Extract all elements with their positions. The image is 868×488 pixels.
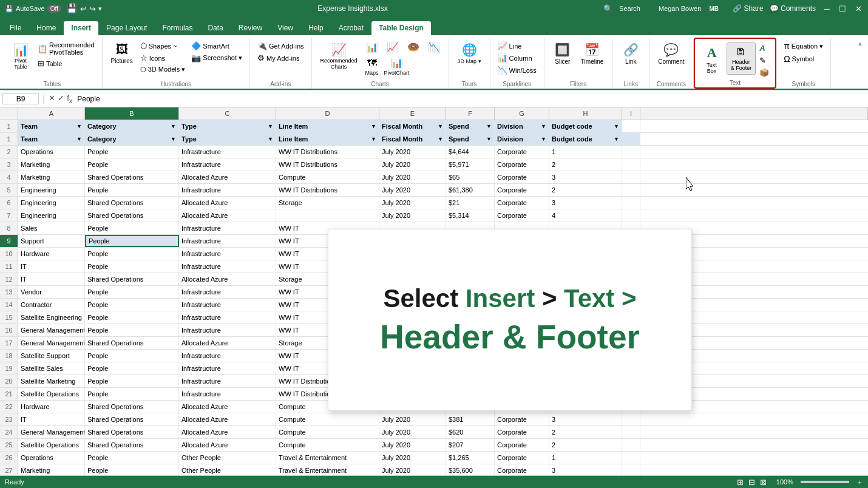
cell-G3[interactable]: Corporate [495, 158, 549, 171]
cell-B12[interactable]: Shared Operations [85, 273, 179, 285]
cell-D3[interactable]: WW IT Distributions [276, 158, 379, 171]
cell-B16[interactable]: People [85, 324, 179, 336]
3d-map-btn[interactable]: 🌐 3D Map ▾ [454, 40, 485, 67]
cell-B7[interactable]: Shared Operations [85, 209, 179, 222]
cell-A21[interactable]: Satellite Operations [18, 388, 85, 400]
cell-B3[interactable]: People [85, 158, 179, 171]
cell-I1[interactable] [622, 133, 640, 145]
win-loss-btn[interactable]: 📉 [424, 40, 444, 54]
cell-B27[interactable]: People [85, 464, 179, 475]
formula-input[interactable] [75, 94, 866, 104]
cell-D1[interactable]: Line Item ▼ [276, 133, 379, 145]
customize-icon[interactable]: ▾ [98, 5, 102, 13]
normal-view-btn[interactable]: ⊞ [737, 478, 744, 487]
cell-A12[interactable]: IT [18, 273, 85, 285]
ribbon-collapse-btn[interactable]: ▲ [857, 38, 866, 47]
col-header-i[interactable]: I [622, 107, 640, 120]
cell-B2[interactable]: People [85, 146, 179, 158]
equation-btn[interactable]: π Equation ▾ [781, 40, 826, 52]
cell-H4[interactable]: 3 [549, 171, 622, 183]
cell-H26[interactable]: 1 [549, 452, 622, 464]
undo-icon[interactable]: ↩ [80, 4, 87, 13]
cell-B24[interactable]: Shared Operations [85, 426, 179, 438]
cell-G24[interactable]: Corporate [495, 426, 549, 438]
cell-H7[interactable]: 4 [549, 209, 622, 222]
cell-A13[interactable]: Vendor [18, 286, 85, 298]
cell-I6[interactable] [622, 197, 640, 209]
autosave-toggle[interactable]: Off [47, 5, 61, 13]
cell-E1[interactable]: Fiscal Month ▼ [379, 133, 446, 145]
cell-B6[interactable]: Shared Operations [85, 197, 179, 209]
cell-E27[interactable]: July 2020 [379, 464, 446, 475]
my-addins-btn[interactable]: ⚙ My Add-ins [255, 52, 306, 64]
cell-D7[interactable] [276, 209, 379, 222]
cell-D6[interactable]: Storage [276, 197, 379, 209]
cell-I4[interactable] [622, 171, 640, 183]
cell-A20[interactable]: Satellite Marketing [18, 375, 85, 387]
cell-H2[interactable]: 1 [549, 146, 622, 158]
cell-C15[interactable]: Infrastructure [179, 311, 276, 324]
cell-A5[interactable]: Engineering [18, 184, 85, 196]
cell-G27[interactable]: Corporate [495, 464, 549, 475]
cell-A25[interactable]: Satellite Operations [18, 439, 85, 451]
tab-help[interactable]: Help [301, 21, 331, 35]
cell-G6[interactable]: Corporate [495, 197, 549, 209]
cell-F26[interactable]: $1,265 [446, 452, 495, 464]
cell-G23[interactable]: Corporate [495, 413, 549, 425]
cell-C24[interactable]: Allocated Azure [179, 426, 276, 438]
pivot-table-btn[interactable]: 📊 PivotTable [7, 40, 34, 73]
cell-B17[interactable]: Shared Operations [85, 337, 179, 349]
cell-H25[interactable]: 2 [549, 439, 622, 451]
screenshot-btn[interactable]: 📷 Screenshot ▾ [189, 52, 245, 64]
col-header-e[interactable]: E [379, 107, 446, 120]
sparkline-line-btn[interactable]: 📈 Line [495, 40, 539, 52]
text-box-btn[interactable]: A TextBox [699, 42, 725, 76]
cell-B21[interactable]: People [85, 388, 179, 400]
minimize-btn[interactable]: ─ [822, 4, 832, 13]
cell-C21[interactable]: Infrastructure [179, 388, 276, 400]
cell-e1[interactable]: Fiscal Month ▼ [379, 120, 446, 132]
recommended-pivottables-btn[interactable]: 📋 RecommendedPivotTables [35, 40, 97, 57]
cell-C20[interactable]: Infrastructure [179, 375, 276, 387]
comment-btn[interactable]: 💬 Comment [654, 40, 688, 67]
cell-F27[interactable]: $35,600 [446, 464, 495, 475]
cell-D5[interactable]: WW IT Distributions [276, 184, 379, 196]
cell-F2[interactable]: $4,644 [446, 146, 495, 158]
cell-C22[interactable]: Allocated Azure [179, 401, 276, 413]
cell-A1[interactable]: Team ▼ [18, 133, 85, 145]
cell-I25[interactable] [622, 439, 640, 451]
cell-B11[interactable]: People [85, 260, 179, 273]
cell-B23[interactable]: Shared Operations [85, 413, 179, 425]
cell-F24[interactable]: $620 [446, 426, 495, 438]
cell-B4[interactable]: Shared Operations [85, 171, 179, 183]
cell-I2[interactable] [622, 146, 640, 158]
cell-C27[interactable]: Other People [179, 464, 276, 475]
cell-reference-input[interactable] [2, 93, 39, 104]
cell-A9[interactable]: Support [18, 235, 85, 247]
cell-A19[interactable]: Satellite Sales [18, 362, 85, 374]
cell-C4[interactable]: Allocated Azure [179, 171, 276, 183]
cell-B9[interactable]: People [85, 235, 179, 247]
cell-A26[interactable]: Operations [18, 452, 85, 464]
cell-F4[interactable]: $65 [446, 171, 495, 183]
cell-C23[interactable]: Allocated Azure [179, 413, 276, 425]
pie-chart-btn[interactable]: 🍩 [404, 40, 423, 54]
cell-F1[interactable]: Spend ▼ [446, 133, 495, 145]
tab-review[interactable]: Review [231, 21, 270, 35]
wordart-btn[interactable]: A [757, 42, 771, 54]
col-header-a[interactable]: A [18, 107, 85, 120]
cell-A11[interactable]: IT [18, 260, 85, 273]
line-chart-btn[interactable]: 📈 [383, 40, 402, 54]
cell-E3[interactable]: July 2020 [379, 158, 446, 171]
col-header-d[interactable]: D [276, 107, 379, 120]
cell-C3[interactable]: Infrastructure [179, 158, 276, 171]
cell-B14[interactable]: People [85, 299, 179, 311]
cell-A23[interactable]: IT [18, 413, 85, 425]
cell-G7[interactable]: Corporate [495, 209, 549, 222]
cell-C25[interactable]: Allocated Azure [179, 439, 276, 451]
cell-C6[interactable]: Allocated Azure [179, 197, 276, 209]
cell-I7[interactable] [622, 209, 640, 222]
sparkline-column-btn[interactable]: 📊 Column [495, 52, 539, 64]
cell-A6[interactable]: Engineering [18, 197, 85, 209]
formula-cancel-icon[interactable]: ✕ [49, 93, 55, 104]
